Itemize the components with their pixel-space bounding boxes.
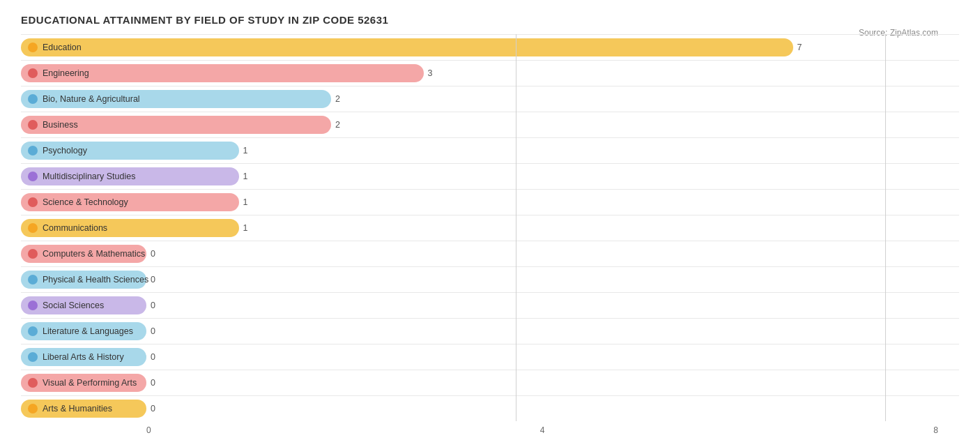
bar-label-area: Engineering [21, 61, 424, 86]
bar-value: 0 [151, 378, 155, 388]
bar-label: Visual & Performing Arts [43, 378, 137, 388]
bar-label: Literature & Languages [43, 326, 133, 336]
bar-pill: Education [21, 38, 793, 56]
dot-icon [28, 352, 38, 362]
bar-label: Business [43, 120, 78, 130]
bar-row: Education 7 [21, 34, 959, 60]
bar-label: Multidisciplinary Studies [43, 172, 135, 181]
dot-icon [28, 120, 38, 130]
bar-pill: Visual & Performing Arts [21, 374, 146, 392]
bar-row: Liberal Arts & History 0 [21, 344, 959, 370]
dot-icon [28, 301, 38, 310]
bar-value: 0 [151, 326, 155, 336]
bar-label-area: Visual & Performing Arts [21, 370, 146, 395]
bar-label-area: Computers & Mathematics [21, 241, 146, 266]
bar-row: Computers & Mathematics 0 [21, 241, 959, 266]
bar-label: Arts & Humanities [43, 404, 112, 414]
dot-icon [28, 43, 38, 52]
bar-label: Communications [43, 223, 107, 233]
bar-row: Visual & Performing Arts 0 [21, 370, 959, 395]
bar-label-area: Business [21, 112, 331, 137]
bar-pill: Communications [21, 219, 239, 237]
bar-label: Computers & Mathematics [43, 249, 145, 259]
chart-title: EDUCATIONAL ATTAINMENT BY FIELD OF STUDY… [21, 14, 959, 26]
dot-icon [28, 326, 38, 336]
bar-label-area: Liberal Arts & History [21, 344, 146, 370]
bar-value: 1 [243, 197, 248, 207]
dot-icon [28, 146, 38, 155]
bar-row: Physical & Health Sciences 0 [21, 266, 959, 292]
bar-pill: Multidisciplinary Studies [21, 167, 239, 185]
bar-label-area: Social Sciences [21, 293, 146, 318]
bar-value: 2 [335, 120, 340, 130]
bar-label-area: Multidisciplinary Studies [21, 164, 239, 189]
bar-value: 1 [243, 146, 248, 155]
x-axis-label: 8 [933, 425, 938, 435]
bar-row: Literature & Languages 0 [21, 318, 959, 344]
bar-value: 2 [335, 94, 340, 104]
x-axis: 048 [21, 421, 959, 435]
x-axis-label: 0 [146, 425, 151, 435]
bar-label: Bio, Nature & Agricultural [43, 94, 140, 104]
dot-icon [28, 223, 38, 233]
chart-area: Education 7 Engineering 3 Bio, Nature & … [21, 34, 959, 435]
bar-row: Multidisciplinary Studies 1 [21, 163, 959, 189]
bar-label-area: Psychology [21, 138, 239, 163]
bar-value: 3 [428, 68, 433, 78]
bar-pill: Bio, Nature & Agricultural [21, 90, 331, 108]
dot-icon [28, 197, 38, 207]
bar-value: 0 [151, 249, 155, 259]
bar-value: 1 [243, 223, 248, 233]
bar-label: Social Sciences [43, 301, 104, 310]
bar-pill: Business [21, 116, 331, 134]
bar-value: 0 [151, 404, 155, 414]
bar-label: Engineering [43, 68, 89, 78]
bar-pill: Physical & Health Sciences [21, 271, 146, 289]
bar-label: Education [43, 43, 82, 52]
dot-icon [28, 378, 38, 388]
bar-pill: Arts & Humanities [21, 400, 146, 418]
bar-label: Psychology [43, 146, 87, 155]
bar-label-area: Physical & Health Sciences [21, 267, 146, 292]
dot-icon [28, 94, 38, 104]
dot-icon [28, 275, 38, 285]
bar-row: Business 2 [21, 112, 959, 137]
bar-row: Social Sciences 0 [21, 292, 959, 318]
bar-value: 1 [243, 172, 248, 181]
bar-pill: Liberal Arts & History [21, 348, 146, 366]
bars-container: Education 7 Engineering 3 Bio, Nature & … [21, 34, 959, 421]
bar-label-area: Communications [21, 215, 239, 241]
bar-row: Psychology 1 [21, 137, 959, 163]
bar-pill: Engineering [21, 64, 424, 82]
x-axis-label: 4 [540, 425, 545, 435]
bar-value: 0 [151, 301, 155, 310]
bar-pill: Science & Technology [21, 193, 239, 211]
bar-row: Arts & Humanities 0 [21, 395, 959, 421]
bar-pill: Social Sciences [21, 296, 146, 314]
dot-icon [28, 404, 38, 414]
bar-label: Liberal Arts & History [43, 352, 124, 362]
bar-label: Physical & Health Sciences [43, 275, 148, 285]
dot-icon [28, 172, 38, 181]
bar-row: Bio, Nature & Agricultural 2 [21, 86, 959, 112]
bar-value: 0 [151, 275, 155, 285]
bar-pill: Psychology [21, 142, 239, 160]
dot-icon [28, 249, 38, 259]
bar-row: Communications 1 [21, 215, 959, 241]
dot-icon [28, 68, 38, 78]
bar-label-area: Science & Technology [21, 190, 239, 215]
bar-pill: Computers & Mathematics [21, 245, 146, 263]
bar-value: 0 [151, 352, 155, 362]
bar-pill: Literature & Languages [21, 322, 146, 340]
bar-label-area: Education [21, 35, 793, 60]
bar-label-area: Literature & Languages [21, 319, 146, 344]
bar-row: Engineering 3 [21, 60, 959, 86]
bar-label: Science & Technology [43, 197, 128, 207]
bar-label-area: Arts & Humanities [21, 396, 146, 421]
bar-row: Science & Technology 1 [21, 189, 959, 215]
bar-label-area: Bio, Nature & Agricultural [21, 86, 331, 112]
bar-value: 7 [797, 43, 802, 52]
